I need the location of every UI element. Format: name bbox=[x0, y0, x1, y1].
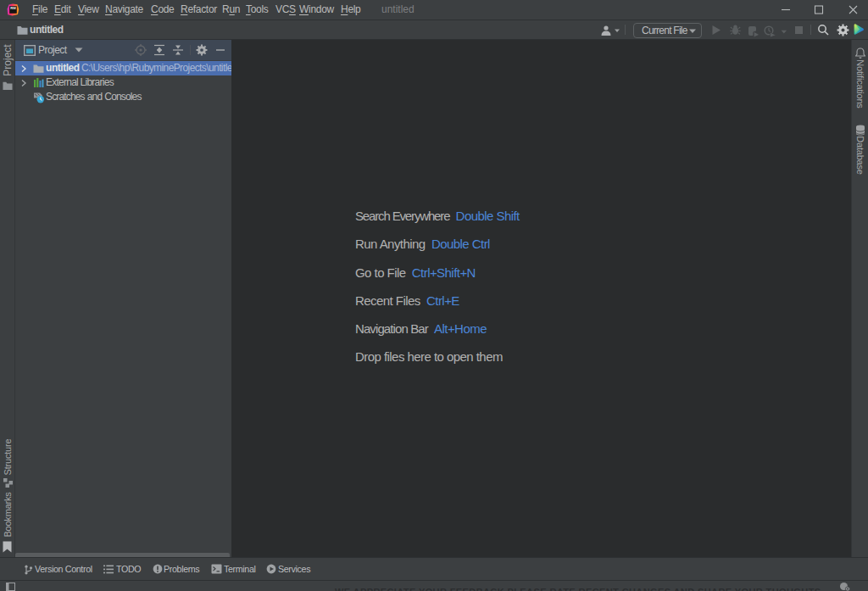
svg-text:RM: RM bbox=[10, 6, 16, 10]
